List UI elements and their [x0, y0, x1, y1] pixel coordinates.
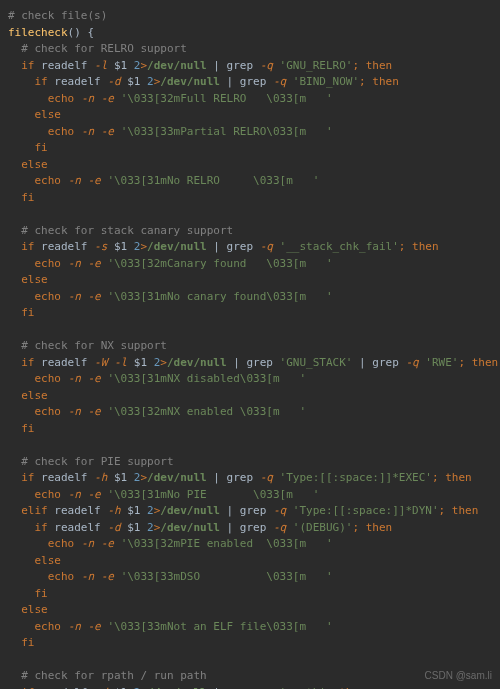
code-line — [8, 206, 492, 223]
code-line: if readelf -W -l $1 2>/dev/null | grep '… — [8, 355, 492, 372]
code-line: # check file(s) — [8, 8, 492, 25]
code-line: # check for rpath / run path — [8, 668, 492, 685]
code-line: if readelf -h $1 2>/dev/null | grep -q '… — [8, 470, 492, 487]
code-line: else — [8, 157, 492, 174]
code-line: # check for NX support — [8, 338, 492, 355]
code-line: echo -n -e '\033[32mPIE enabled \033[m ' — [8, 536, 492, 553]
code-line: if readelf -s $1 2>/dev/null | grep -q '… — [8, 239, 492, 256]
code-line: echo -n -e '\033[31mNo RELRO \033[m ' — [8, 173, 492, 190]
code-line: echo -n -e '\033[31mNX disabled\033[m ' — [8, 371, 492, 388]
code-line: else — [8, 272, 492, 289]
code-line: echo -n -e '\033[31mNo PIE \033[m ' — [8, 487, 492, 504]
code-line: if readelf -l $1 2>/dev/null | grep -q '… — [8, 58, 492, 75]
code-line: else — [8, 602, 492, 619]
code-line: fi — [8, 421, 492, 438]
code-line — [8, 437, 492, 454]
code-line: elif readelf -h $1 2>/dev/null | grep -q… — [8, 503, 492, 520]
code-line: filecheck() { — [8, 25, 492, 42]
code-line: echo -n -e '\033[32mFull RELRO \033[m ' — [8, 91, 492, 108]
code-line: else — [8, 388, 492, 405]
code-line: echo -n -e '\033[33mDSO \033[m ' — [8, 569, 492, 586]
code-line: else — [8, 107, 492, 124]
code-block[interactable]: # check file(s) filecheck() { # check fo… — [8, 8, 492, 689]
code-line: fi — [8, 305, 492, 322]
watermark: CSDN @sam.li — [425, 668, 492, 683]
code-line: fi — [8, 586, 492, 603]
code-line: if readelf -d $1 2>/dev/null | grep -q '… — [8, 74, 492, 91]
code-line: else — [8, 553, 492, 570]
code-line — [8, 322, 492, 339]
code-line: fi — [8, 635, 492, 652]
code-line: # check for RELRO support — [8, 41, 492, 58]
code-line: echo -n -e '\033[33mNot an ELF file\033[… — [8, 619, 492, 636]
code-line: fi — [8, 140, 492, 157]
code-line: echo -n -e '\033[33mPartial RELRO\033[m … — [8, 124, 492, 141]
code-line: echo -n -e '\033[32mNX enabled \033[m ' — [8, 404, 492, 421]
code-line: if readelf -d $1 2>/dev/null | grep -q '… — [8, 520, 492, 537]
code-line: echo -n -e '\033[31mNo canary found\033[… — [8, 289, 492, 306]
code-line: fi — [8, 190, 492, 207]
code-line — [8, 652, 492, 669]
code-line: # check for stack canary support — [8, 223, 492, 240]
code-line: echo -n -e '\033[32mCanary found \033[m … — [8, 256, 492, 273]
code-line: if readelf -d $1 2>/dev/null | grep -q '… — [8, 685, 492, 690]
code-line: # check for PIE support — [8, 454, 492, 471]
